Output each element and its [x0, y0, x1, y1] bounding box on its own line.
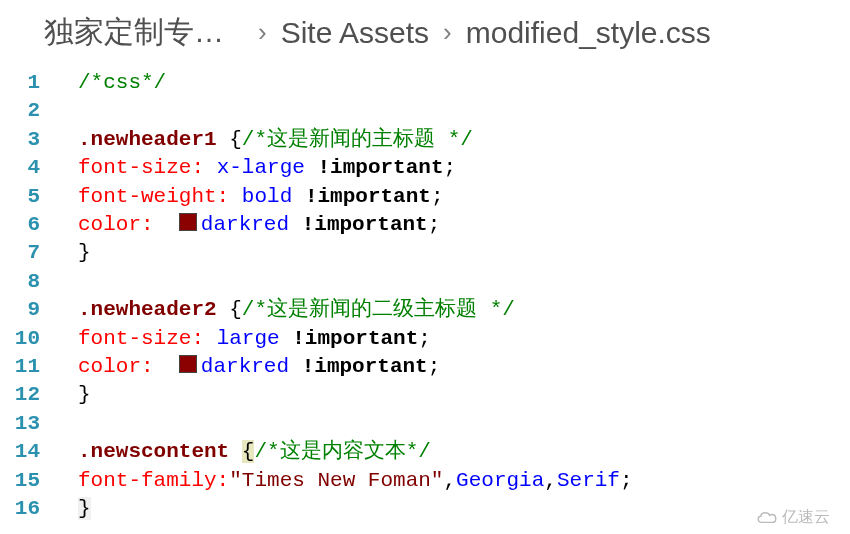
- code-token: [229, 440, 242, 463]
- code-token: "Times New Foman": [229, 469, 443, 492]
- code-line[interactable]: font-size: x-large !important;: [58, 154, 850, 182]
- code-token: bold: [242, 185, 292, 208]
- code-token: [204, 156, 217, 179]
- code-token: !important: [302, 213, 428, 236]
- breadcrumb: 独家定制专属P… › Site Assets › modified_style.…: [0, 0, 850, 57]
- code-token: !important: [305, 185, 431, 208]
- code-token: Serif: [557, 469, 620, 492]
- line-number: 7: [0, 239, 58, 267]
- code-token: {: [242, 440, 255, 463]
- code-token: /*这是内容文本*/: [254, 440, 430, 463]
- code-token: [217, 128, 230, 151]
- code-token: .newheader2: [78, 298, 217, 321]
- code-line[interactable]: .newheader2 {/*这是新闻的二级主标题 */: [58, 296, 850, 324]
- line-number: 6: [0, 211, 58, 239]
- code-token: font-weight:: [78, 185, 229, 208]
- code-line[interactable]: .newscontent {/*这是内容文本*/: [58, 438, 850, 466]
- code-token: font-family:: [78, 469, 229, 492]
- code-line[interactable]: }: [58, 495, 850, 523]
- code-token: /*css*/: [78, 71, 166, 94]
- code-token: !important: [302, 355, 428, 378]
- code-token: {: [229, 128, 242, 151]
- code-line[interactable]: }: [58, 381, 850, 409]
- breadcrumb-item-current: modified_style.css: [466, 16, 711, 50]
- code-token: .newheader1: [78, 128, 217, 151]
- cloud-icon: [756, 511, 778, 525]
- line-number: 8: [0, 268, 58, 296]
- code-line[interactable]: [58, 97, 850, 125]
- breadcrumb-item[interactable]: 独家定制专属P…: [44, 12, 244, 53]
- line-number: 11: [0, 353, 58, 381]
- code-token: {: [229, 298, 242, 321]
- line-number: 12: [0, 381, 58, 409]
- watermark: 亿速云: [756, 507, 830, 528]
- code-token: .newscontent: [78, 440, 229, 463]
- code-line[interactable]: }: [58, 239, 850, 267]
- code-token: font-size:: [78, 156, 204, 179]
- code-token: color:: [78, 355, 154, 378]
- code-line[interactable]: [58, 268, 850, 296]
- code-token: [217, 298, 230, 321]
- code-line[interactable]: color: darkred !important;: [58, 211, 850, 239]
- code-token: [292, 185, 305, 208]
- code-token: [289, 213, 302, 236]
- code-token: Georgia: [456, 469, 544, 492]
- code-token: large: [217, 327, 280, 350]
- code-token: [280, 327, 293, 350]
- line-number: 16: [0, 495, 58, 523]
- code-editor[interactable]: 1/*css*/2 3.newheader1 {/*这是新闻的主标题 */4fo…: [0, 57, 850, 524]
- code-token: x-large: [217, 156, 305, 179]
- code-token: darkred: [201, 213, 289, 236]
- code-token: ;: [431, 185, 444, 208]
- code-token: /*这是新闻的主标题 */: [242, 128, 473, 151]
- chevron-right-icon: ›: [258, 17, 267, 48]
- code-line[interactable]: color: darkred !important;: [58, 353, 850, 381]
- code-token: ;: [444, 156, 457, 179]
- code-token: !important: [292, 327, 418, 350]
- line-number: 9: [0, 296, 58, 324]
- code-token: [229, 185, 242, 208]
- line-number: 14: [0, 438, 58, 466]
- code-token: ;: [428, 355, 441, 378]
- code-token: [305, 156, 318, 179]
- code-token: ,: [544, 469, 557, 492]
- breadcrumb-item[interactable]: Site Assets: [281, 16, 429, 50]
- color-swatch-icon: [179, 355, 197, 373]
- code-token: ;: [418, 327, 431, 350]
- code-token: /*这是新闻的二级主标题 */: [242, 298, 515, 321]
- code-token: }: [78, 241, 91, 264]
- code-line[interactable]: font-size: large !important;: [58, 325, 850, 353]
- code-token: [204, 327, 217, 350]
- code-line[interactable]: [58, 410, 850, 438]
- watermark-text: 亿速云: [782, 507, 830, 528]
- code-line[interactable]: font-family:"Times New Foman",Georgia,Se…: [58, 467, 850, 495]
- code-token: color:: [78, 213, 154, 236]
- line-number: 13: [0, 410, 58, 438]
- line-number: 15: [0, 467, 58, 495]
- code-token: !important: [317, 156, 443, 179]
- code-token: [154, 213, 179, 236]
- code-token: ,: [443, 469, 456, 492]
- line-number: 5: [0, 183, 58, 211]
- line-number: 4: [0, 154, 58, 182]
- code-token: [289, 355, 302, 378]
- code-token: [154, 355, 179, 378]
- code-line[interactable]: font-weight: bold !important;: [58, 183, 850, 211]
- code-token: font-size:: [78, 327, 204, 350]
- code-token: ;: [620, 469, 633, 492]
- line-number: 10: [0, 325, 58, 353]
- color-swatch-icon: [179, 213, 197, 231]
- code-token: ;: [428, 213, 441, 236]
- chevron-right-icon: ›: [443, 17, 452, 48]
- code-token: }: [78, 497, 91, 520]
- line-number: 3: [0, 126, 58, 154]
- code-line[interactable]: /*css*/: [58, 69, 850, 97]
- code-line[interactable]: .newheader1 {/*这是新闻的主标题 */: [58, 126, 850, 154]
- code-token: }: [78, 383, 91, 406]
- line-number: 1: [0, 69, 58, 97]
- line-number: 2: [0, 97, 58, 125]
- code-token: darkred: [201, 355, 289, 378]
